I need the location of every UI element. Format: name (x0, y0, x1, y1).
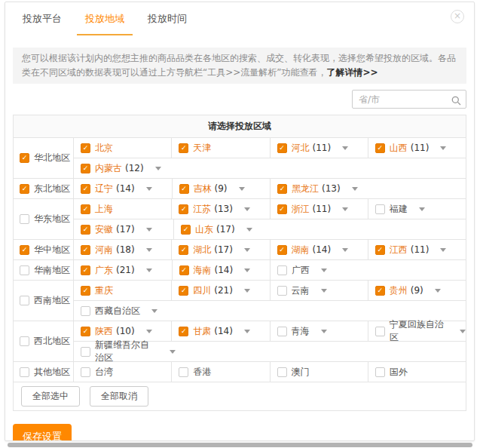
tab-2[interactable]: 投放时间 (139, 2, 195, 35)
chevron-down-icon[interactable] (146, 228, 152, 232)
province-cell[interactable]: 上海 (74, 199, 171, 219)
details-link[interactable]: 了解详情>> (327, 67, 378, 78)
search-input[interactable] (352, 90, 466, 109)
province-cell[interactable]: 内蒙古(12) (74, 158, 176, 178)
province-cell[interactable]: 河北(11) (270, 138, 368, 158)
chevron-down-icon[interactable] (146, 268, 152, 272)
chevron-down-icon[interactable] (244, 330, 250, 333)
province-cell[interactable]: 山东(17) (173, 219, 274, 239)
checkbox[interactable] (20, 184, 29, 194)
checkbox[interactable] (20, 214, 29, 224)
province-cell[interactable]: 海南(14) (172, 260, 271, 280)
checkbox[interactable] (20, 265, 29, 275)
province-cell[interactable]: 黑龙江(13) (270, 179, 368, 198)
checkbox[interactable] (179, 184, 189, 194)
select-all-button[interactable]: 全部选中 (21, 386, 80, 407)
province-cell[interactable]: 国外 (368, 362, 466, 382)
checkbox[interactable] (81, 245, 90, 255)
checkbox[interactable] (277, 204, 287, 214)
checkbox[interactable] (375, 327, 385, 336)
checkbox[interactable] (179, 245, 188, 255)
checkbox[interactable] (20, 245, 29, 255)
checkbox[interactable] (81, 327, 90, 336)
province-cell[interactable]: 澳门 (270, 362, 368, 382)
province-cell[interactable]: 新疆维吾尔自治区 (74, 342, 176, 361)
region-group-cell[interactable]: 西南地区 (14, 281, 74, 321)
checkbox[interactable] (81, 184, 90, 194)
chevron-down-icon[interactable] (146, 187, 152, 191)
chevron-down-icon[interactable] (155, 167, 161, 170)
checkbox[interactable] (81, 204, 90, 214)
chevron-down-icon[interactable] (440, 146, 446, 150)
checkbox[interactable] (277, 367, 287, 377)
chevron-down-icon[interactable] (239, 187, 245, 191)
province-cell[interactable]: 浙江(11) (270, 199, 368, 219)
province-cell[interactable]: 北京 (74, 138, 171, 158)
province-cell[interactable]: 重庆 (74, 281, 171, 300)
chevron-down-icon[interactable] (151, 309, 157, 313)
province-cell[interactable]: 香港 (171, 362, 269, 382)
chevron-down-icon[interactable] (440, 248, 446, 252)
province-cell[interactable]: 辽宁(14) (74, 179, 172, 198)
chevron-down-icon[interactable] (146, 248, 152, 252)
checkbox[interactable] (375, 143, 385, 153)
checkbox[interactable] (277, 327, 287, 336)
province-cell[interactable]: 宁夏回族自治区 (368, 321, 466, 341)
checkbox[interactable] (179, 367, 188, 377)
province-cell[interactable]: 福建 (368, 199, 466, 219)
checkbox[interactable] (375, 367, 385, 377)
chevron-down-icon[interactable] (244, 289, 250, 293)
region-group-cell[interactable]: 华南地区 (14, 260, 74, 280)
checkbox[interactable] (179, 204, 188, 214)
province-cell[interactable]: 天津 (171, 138, 269, 158)
province-cell[interactable]: 四川(21) (171, 281, 269, 300)
chevron-down-icon[interactable] (460, 330, 466, 333)
checkbox[interactable] (277, 245, 287, 255)
region-group-cell[interactable]: 华北地区 (14, 138, 74, 178)
deselect-all-button[interactable]: 全部取消 (90, 386, 148, 407)
province-cell[interactable]: 青海 (270, 321, 368, 341)
region-group-cell[interactable]: 东北地区 (14, 179, 74, 198)
checkbox[interactable] (81, 164, 90, 173)
province-cell[interactable]: 湖北(17) (171, 240, 269, 259)
chevron-down-icon[interactable] (321, 330, 327, 333)
checkbox[interactable] (375, 286, 385, 296)
region-group-cell[interactable]: 华中地区 (14, 240, 74, 259)
region-group-cell[interactable]: 华东地区 (14, 199, 74, 239)
chevron-down-icon[interactable] (321, 268, 327, 272)
checkbox[interactable] (179, 327, 188, 336)
checkbox[interactable] (277, 265, 287, 275)
checkbox[interactable] (81, 286, 90, 296)
save-settings-button[interactable]: 保存设置 (13, 424, 72, 441)
province-cell[interactable]: 湖南(14) (270, 240, 368, 259)
province-cell[interactable]: 云南 (270, 281, 368, 300)
chevron-down-icon[interactable] (170, 350, 176, 354)
chevron-down-icon[interactable] (342, 248, 348, 252)
checkbox[interactable] (20, 296, 29, 305)
checkbox[interactable] (81, 143, 90, 153)
checkbox[interactable] (20, 153, 29, 163)
province-cell[interactable]: 西藏自治区 (74, 301, 176, 321)
chevron-down-icon[interactable] (342, 207, 348, 211)
province-cell[interactable]: 广东(21) (74, 260, 172, 280)
region-group-cell[interactable]: 其他地区 (14, 362, 74, 382)
province-cell[interactable]: 广西 (270, 260, 368, 280)
chevron-down-icon[interactable] (244, 207, 250, 211)
checkbox[interactable] (277, 143, 287, 153)
magnifier-icon[interactable] (451, 94, 461, 109)
province-cell[interactable]: 江苏(13) (171, 199, 269, 219)
tab-0[interactable]: 投放平台 (14, 2, 70, 35)
province-cell[interactable]: 台湾 (74, 362, 171, 382)
checkbox[interactable] (375, 204, 385, 214)
province-cell[interactable]: 吉林(9) (172, 179, 271, 198)
checkbox[interactable] (277, 184, 287, 194)
checkbox[interactable] (20, 336, 29, 346)
checkbox[interactable] (81, 265, 90, 275)
province-cell[interactable]: 贵州(9) (368, 281, 466, 300)
chevron-down-icon[interactable] (146, 330, 152, 333)
checkbox[interactable] (277, 286, 287, 296)
chevron-down-icon[interactable] (435, 289, 441, 293)
chevron-down-icon[interactable] (246, 228, 252, 232)
bottom-scrollbar[interactable] (8, 443, 472, 447)
checkbox[interactable] (179, 265, 189, 275)
